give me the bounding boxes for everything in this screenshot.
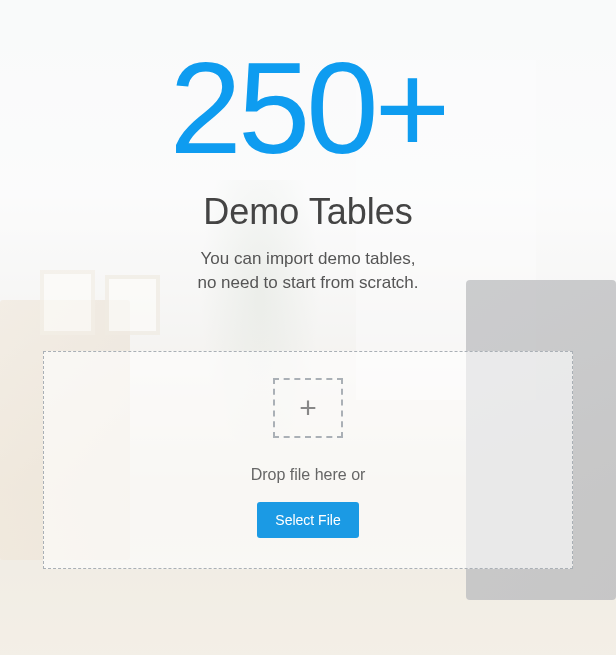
dropzone-hint-text: Drop file here or — [251, 466, 366, 484]
plus-icon: + — [299, 393, 317, 423]
file-dropzone[interactable]: + Drop file here or Select File — [43, 351, 573, 569]
hero-content: 250+ Demo Tables You can import demo tab… — [0, 0, 616, 655]
hero-subtitle: You can import demo tables, no need to s… — [197, 247, 418, 295]
add-file-icon: + — [273, 378, 343, 438]
hero-subtitle-line1: You can import demo tables, — [201, 249, 416, 268]
hero-title: Demo Tables — [203, 191, 412, 233]
select-file-button[interactable]: Select File — [257, 502, 358, 538]
hero-number: 250+ — [170, 30, 447, 186]
hero-subtitle-line2: no need to start from scratch. — [197, 273, 418, 292]
